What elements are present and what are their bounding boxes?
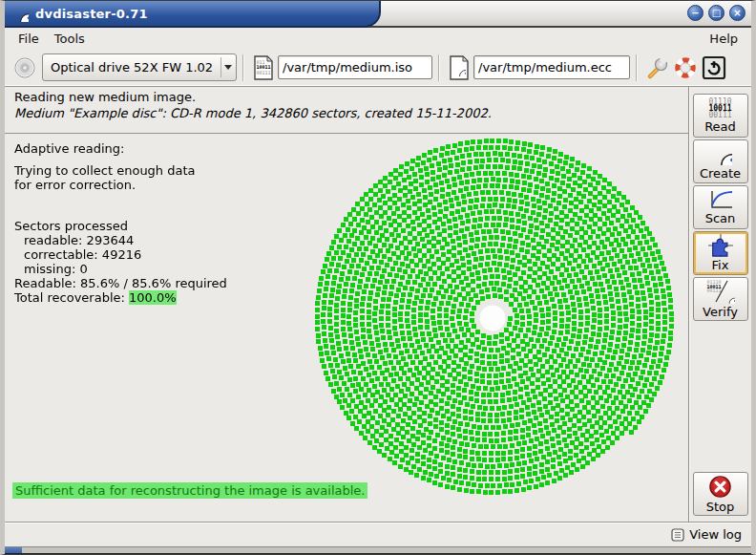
app-window: dvdisaster-0.71 − □ × File Tools Help Op…	[0, 0, 756, 555]
total-recoverable-value: 100.0%	[129, 290, 177, 305]
combo-arrow-box[interactable]	[221, 65, 236, 70]
reading-mode-heading: Adaptive reading:	[14, 141, 227, 156]
scan-button[interactable]: Scan	[693, 185, 748, 229]
chevron-down-icon	[224, 65, 232, 70]
total-recoverable-label: Total recoverable:	[14, 290, 129, 305]
ecc-file-button[interactable]	[445, 53, 473, 82]
status-line-primary: Reading new medium image.	[14, 90, 679, 104]
iso-image-icon: 011 10011 00111	[252, 55, 275, 80]
drive-selector-value: Optical drive 52X FW 1.02	[43, 60, 220, 75]
statusbar: View log	[5, 522, 751, 546]
stop-button[interactable]: Stop	[693, 472, 748, 516]
close-button[interactable]: ×	[729, 5, 746, 21]
menu-file[interactable]: File	[10, 30, 47, 48]
toolbar-separator	[242, 54, 243, 81]
life-ring-icon	[673, 55, 698, 80]
reading-desc-line2: for error correction.	[14, 178, 227, 192]
menubar: File Tools Help	[5, 28, 751, 49]
titlebar[interactable]: dvdisaster-0.71 − □ ×	[5, 1, 751, 26]
log-icon	[671, 528, 684, 542]
resize-corner[interactable]	[5, 547, 22, 555]
menu-tools[interactable]: Tools	[47, 30, 93, 48]
toolbar: Optical drive 52X FW 1.02 011 10011 0011…	[5, 49, 751, 87]
fix-button[interactable]: Fix	[693, 231, 748, 275]
binary-read-icon: 01110 10011 00111	[708, 98, 731, 118]
window-controls: − □ ×	[687, 5, 746, 21]
total-recoverable: Total recoverable: 100.0%	[14, 290, 227, 305]
reading-desc-line1: Trying to collect enough data	[14, 163, 227, 178]
verify-icon: 01110 10011 00111	[706, 279, 735, 304]
menu-help[interactable]: Help	[702, 30, 746, 48]
window-bottom-border[interactable]	[5, 546, 751, 554]
preferences-button[interactable]	[642, 53, 671, 82]
left-column: Reading new medium image. Medium "Exampl…	[5, 87, 688, 522]
iso-file-button[interactable]: 011 10011 00111	[249, 53, 278, 82]
disc-drawing-area: Adaptive reading: Trying to collect enou…	[5, 134, 688, 522]
stop-button-label: Stop	[706, 500, 735, 514]
create-button-label: Create	[700, 166, 741, 181]
sectors-correctable: correctable: 49216	[14, 247, 227, 262]
reconstruction-status-message: Sufficient data for reconstructing the i…	[12, 482, 368, 499]
view-log-button[interactable]: View log	[689, 527, 742, 542]
readable-percentage: Readable: 85.6% / 85.6% required	[14, 276, 227, 290]
toolbar-separator	[636, 54, 637, 81]
quit-button[interactable]	[700, 53, 728, 82]
content-row: Reading new medium image. Medium "Exampl…	[5, 87, 751, 522]
stop-icon	[708, 475, 732, 499]
ecc-path-input[interactable]	[473, 55, 630, 79]
help-button[interactable]	[671, 53, 700, 82]
app-logo-icon	[11, 5, 29, 22]
puzzle-piece-icon	[708, 234, 733, 257]
reading-description: Trying to collect enough data for error …	[14, 163, 227, 192]
yin-yang-small-icon	[723, 291, 735, 304]
scan-button-label: Scan	[705, 211, 736, 225]
yin-yang-icon	[709, 142, 732, 165]
create-button[interactable]: Create	[693, 139, 748, 183]
window-title: dvdisaster-0.71	[35, 7, 148, 21]
svg-text:00111: 00111	[257, 69, 271, 75]
minimize-button[interactable]: −	[687, 5, 704, 21]
power-icon	[702, 55, 726, 80]
verify-button[interactable]: 01110 10011 00111 Verify	[693, 277, 748, 321]
action-button-column: 01110 10011 00111 Read Create Scan	[688, 87, 751, 522]
sectors-missing: missing: 0	[14, 262, 227, 276]
read-button[interactable]: 01110 10011 00111 Read	[693, 94, 748, 138]
verify-button-label: Verify	[703, 305, 738, 319]
sectors-processed-title: Sectors processed	[14, 219, 227, 233]
cd-icon	[13, 56, 36, 79]
titlebar-tab[interactable]: dvdisaster-0.71	[5, 1, 381, 28]
status-panel: Reading new medium image. Medium "Exampl…	[5, 87, 688, 134]
scan-curve-icon	[707, 189, 734, 210]
fix-button-label: Fix	[712, 258, 729, 272]
sectors-readable: readable: 293644	[14, 233, 227, 247]
wrench-icon	[644, 55, 669, 80]
toolbar-separator	[438, 54, 439, 81]
ecc-file-icon	[448, 55, 471, 80]
maximize-button[interactable]: □	[708, 5, 724, 21]
drive-selector[interactable]: Optical drive 52X FW 1.02	[42, 53, 237, 81]
drive-select-button[interactable]	[10, 53, 39, 82]
status-line-medium-info: Medium "Example disc": CD-R mode 1, 3428…	[14, 106, 679, 120]
iso-path-input[interactable]	[278, 55, 432, 79]
reading-info-panel: Adaptive reading: Trying to collect enou…	[14, 141, 227, 305]
read-button-label: Read	[704, 119, 736, 134]
